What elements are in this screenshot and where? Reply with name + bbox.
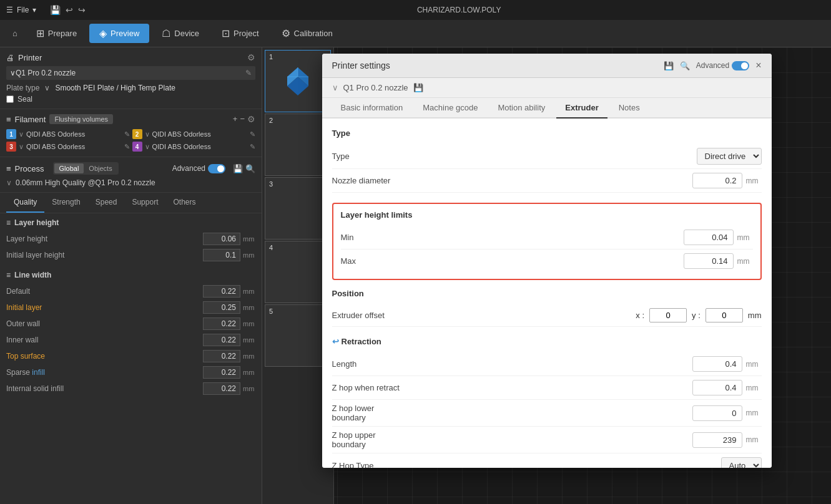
line-width-top-surface-input[interactable] xyxy=(203,350,240,362)
quality-tab-quality[interactable]: Quality xyxy=(6,193,44,213)
process-search-icon[interactable]: 🔍 xyxy=(245,164,255,173)
nozzle-diameter-label: Nozzle diameter xyxy=(332,176,692,185)
modal-title: Printer settings xyxy=(332,61,390,70)
calibration-icon: ⚙ xyxy=(282,27,290,39)
min-input[interactable] xyxy=(684,230,734,245)
right-area: 1 2 3 4 xyxy=(262,47,831,504)
quality-tab-others[interactable]: Others xyxy=(165,193,203,213)
modal-preset-arrow: ∨ xyxy=(332,83,338,92)
max-label: Max xyxy=(341,256,684,266)
modal-preset-save[interactable]: 💾 xyxy=(413,83,423,92)
modal-tabs: Basic information Machine gcode Motion a… xyxy=(322,98,772,119)
modal-close-button[interactable]: × xyxy=(755,60,761,71)
hamburger-icon: ☰ xyxy=(6,6,13,14)
quality-tab-strength[interactable]: Strength xyxy=(44,193,87,213)
process-section: ≡ Process Global Objects Advanced 💾 🔍 ∨ … xyxy=(0,157,262,193)
tab-machine-gcode[interactable]: Machine gcode xyxy=(414,98,486,119)
slot-edit-2[interactable]: ✎ xyxy=(250,130,255,138)
retraction-length-input[interactable] xyxy=(692,356,742,372)
line-width-sparse-infill-input[interactable] xyxy=(203,366,240,379)
line-width-internal-solid-input[interactable] xyxy=(203,382,240,395)
initial-layer-height-label: Initial layer height xyxy=(6,251,64,259)
file-label[interactable]: File xyxy=(17,6,29,14)
line-width-initial-row: Initial layer mm xyxy=(6,299,255,316)
modal-content: Type Type Direct drive Nozzle diameter xyxy=(322,119,772,468)
redo-icon[interactable]: ↪ xyxy=(78,5,86,15)
type-section: Type Type Direct drive Nozzle diameter xyxy=(332,128,762,193)
advanced-switch[interactable] xyxy=(208,164,225,173)
process-save-icon[interactable]: 💾 xyxy=(233,164,243,173)
seal-checkbox[interactable] xyxy=(6,95,14,103)
layer-height-input[interactable] xyxy=(203,233,240,245)
position-unit: mm xyxy=(748,311,762,320)
home-button[interactable]: ⌂ xyxy=(6,25,24,42)
line-width-initial-input[interactable] xyxy=(203,301,240,314)
y-input[interactable] xyxy=(706,308,743,322)
slot-dropdown-4: ∨ xyxy=(145,143,150,151)
modal-search-icon[interactable]: 🔍 xyxy=(680,61,690,70)
slot-edit-1[interactable]: ✎ xyxy=(124,130,130,138)
line-width-inner-wall-row: Inner wall mm xyxy=(6,332,255,348)
preset-name[interactable]: 0.06mm High Quality @Q1 Pro 0.2 nozzle xyxy=(16,178,255,187)
filament-slot-1: 1 ∨ QIDI ABS Odorless ✎ xyxy=(6,129,130,139)
add-filament-button[interactable]: + xyxy=(233,114,238,124)
extruder-offset-label: Extruder offset xyxy=(332,311,636,320)
line-width-inner-wall-input[interactable] xyxy=(203,334,240,346)
printer-edit-icon[interactable]: ✎ xyxy=(245,69,252,77)
retraction-section: ↩ Retraction Length mm Z hop when retrac… xyxy=(332,337,762,468)
position-section: Position Extruder offset x : y : mm xyxy=(332,289,762,327)
filament-settings-gear[interactable]: ⚙ xyxy=(247,114,255,124)
slot-edit-4[interactable]: ✎ xyxy=(250,143,255,151)
project-label: Project xyxy=(234,29,258,38)
x-input[interactable] xyxy=(649,308,687,322)
file-menu[interactable]: ☰ File ▾ xyxy=(6,6,36,14)
global-tab[interactable]: Global xyxy=(54,163,84,173)
nav-bar: ⌂ ⊞ Prepare ◈ Preview ☖ Device ⊡ Project… xyxy=(0,20,831,47)
initial-layer-height-input[interactable] xyxy=(203,249,240,261)
objects-tab[interactable]: Objects xyxy=(84,163,117,173)
quality-tab-support[interactable]: Support xyxy=(124,193,165,213)
nozzle-diameter-unit: mm xyxy=(746,177,762,185)
tab-extruder[interactable]: Extruder xyxy=(556,98,607,119)
quality-tab-speed[interactable]: Speed xyxy=(88,193,125,213)
tab-motion-ability[interactable]: Motion ability xyxy=(489,98,554,119)
max-input[interactable] xyxy=(684,253,734,269)
tab-calibration[interactable]: ⚙ Calibration xyxy=(272,24,343,43)
flushing-volumes-button[interactable]: Flushing volumes xyxy=(49,114,113,124)
tab-preview[interactable]: ◈ Preview xyxy=(89,24,149,43)
line-width-sparse-infill-row: Sparse infill mm xyxy=(6,364,255,380)
min-row: Min mm xyxy=(341,226,753,250)
line-width-internal-solid-row: Internal solid infill mm xyxy=(6,380,255,397)
plate-type-value[interactable]: Smooth PEI Plate / High Temp Plate xyxy=(55,84,175,92)
tab-notes[interactable]: Notes xyxy=(610,98,649,119)
line-width-default-input[interactable] xyxy=(203,285,240,298)
modal-preset-name: Q1 Pro 0.2 nozzle xyxy=(343,83,408,92)
z-hop-type-select[interactable]: Auto xyxy=(721,457,762,468)
save-icon[interactable]: 💾 xyxy=(50,5,61,15)
modal-save-icon[interactable]: 💾 xyxy=(664,61,674,70)
modal-advanced-switch[interactable] xyxy=(732,61,749,70)
remove-filament-button[interactable]: − xyxy=(240,114,245,124)
tab-project[interactable]: ⊡ Project xyxy=(212,24,268,43)
line-width-default-label: Default xyxy=(6,287,30,296)
printer-settings-gear[interactable]: ⚙ xyxy=(247,52,255,62)
filament-header: ≡ Filament Flushing volumes + − ⚙ xyxy=(6,114,255,124)
modal-preset-icons: 💾 xyxy=(413,83,423,92)
initial-layer-height-value-group: mm xyxy=(203,249,255,261)
slot-edit-3[interactable]: ✎ xyxy=(124,143,130,151)
tab-prepare[interactable]: ⊞ Prepare xyxy=(26,24,87,43)
tab-device[interactable]: ☖ Device xyxy=(152,24,209,43)
z-hop-lower-input[interactable] xyxy=(692,405,742,421)
nozzle-diameter-input[interactable] xyxy=(692,173,742,188)
z-hop-upper-input[interactable] xyxy=(692,432,742,448)
plate-dropdown-icon: ∨ xyxy=(44,84,50,92)
z-hop-retract-input[interactable] xyxy=(692,380,742,395)
tab-basic-information[interactable]: Basic information xyxy=(332,98,412,119)
preset-dropdown-arrow: ∨ xyxy=(6,178,12,187)
type-select[interactable]: Direct drive xyxy=(697,148,762,165)
undo-icon[interactable]: ↩ xyxy=(66,5,73,15)
z-hop-type-row: Z Hop Type Auto xyxy=(332,453,762,468)
printer-select[interactable]: ∨ Q1 Pro 0.2 nozzle ✎ xyxy=(6,66,255,80)
line-width-sparse-infill-label: Sparse infill xyxy=(6,368,45,377)
line-width-outer-wall-input[interactable] xyxy=(203,317,240,330)
